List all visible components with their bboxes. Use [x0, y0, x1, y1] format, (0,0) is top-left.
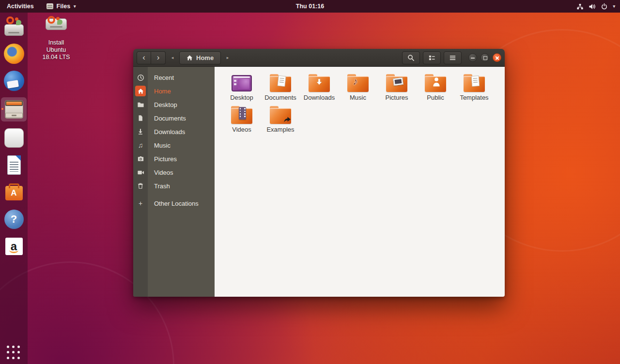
clock-button[interactable]: Thu 01:16	[294, 3, 326, 10]
firefox-icon	[4, 44, 24, 64]
minimize-icon	[471, 58, 475, 59]
sidebar-item-downloads[interactable]: Downloads	[133, 125, 215, 138]
folder-with-arrow-icon	[307, 74, 331, 93]
power-icon	[601, 3, 608, 10]
dock-item-amazon[interactable]: a	[3, 236, 25, 257]
camera-icon	[133, 155, 148, 163]
folder-with-note-icon: ♪	[346, 74, 370, 93]
folder-with-paper-icon	[462, 74, 486, 93]
maximize-button[interactable]	[480, 53, 489, 62]
plus-icon: +	[133, 200, 148, 207]
view-toggle-button[interactable]	[423, 51, 441, 64]
libreoffice-writer-icon	[3, 154, 25, 176]
files-cabinet-icon	[3, 99, 25, 120]
show-applications-button[interactable]	[7, 346, 21, 360]
music-icon: ♫	[133, 142, 148, 149]
recent-icon	[133, 74, 148, 81]
desktop-purple-icon	[230, 74, 254, 93]
trash-icon	[133, 182, 148, 189]
ubuntu-installer-icon	[3, 16, 25, 37]
sidebar-item-music[interactable]: ♫ Music	[133, 138, 215, 152]
sidebar-item-recent[interactable]: Recent	[133, 71, 215, 84]
folder-with-film-icon	[230, 106, 254, 125]
back-icon: ‹	[142, 53, 145, 61]
file-item-public[interactable]: Public	[416, 74, 455, 106]
sidebar-item-videos[interactable]: Videos	[133, 166, 215, 179]
location-label: Home	[196, 54, 214, 61]
sidebar-item-documents[interactable]: Documents	[133, 111, 215, 125]
sidebar-item-other-locations[interactable]: + Other Locations	[133, 197, 215, 210]
file-grid[interactable]: Desktop	[215, 67, 505, 297]
maximize-icon	[483, 56, 487, 60]
file-item-videos[interactable]: Videos	[222, 106, 261, 137]
folder-with-paper-icon	[268, 74, 293, 93]
search-button[interactable]	[402, 51, 420, 64]
close-button[interactable]	[493, 53, 501, 62]
folder-icon	[133, 101, 148, 108]
caret-down-icon: ▾	[74, 4, 76, 9]
home-icon	[186, 55, 193, 61]
network-icon	[576, 3, 584, 10]
hamburger-menu-icon	[449, 54, 456, 61]
file-item-music[interactable]: ♪ Music	[339, 74, 377, 106]
file-item-templates[interactable]: Templates	[455, 74, 494, 106]
search-icon	[407, 54, 415, 61]
path-scroll-left-button[interactable]: ◂	[169, 51, 176, 64]
dock-item-rhythmbox[interactable]	[3, 127, 25, 149]
files-window: ‹ › ◂ Home ▸	[133, 49, 505, 297]
thunderbird-icon	[4, 71, 24, 91]
dock-item-files[interactable]	[1, 97, 27, 121]
help-icon: ?	[4, 210, 24, 229]
dock-item-thunderbird[interactable]	[3, 70, 25, 91]
path-scroll-right-button[interactable]: ▸	[224, 51, 232, 64]
download-icon	[133, 128, 148, 135]
location-home-button[interactable]: Home	[179, 51, 221, 64]
file-item-documents[interactable]: Documents	[261, 74, 300, 106]
forward-icon: ›	[157, 53, 160, 61]
sidebar-item-desktop[interactable]: Desktop	[133, 98, 215, 111]
files-app-icon	[46, 3, 53, 9]
dock-item-ubuntu-installer[interactable]	[3, 16, 25, 37]
back-button[interactable]: ‹	[137, 51, 151, 64]
rhythmbox-icon	[3, 127, 25, 149]
file-item-pictures[interactable]: Pictures	[377, 74, 416, 106]
menu-button[interactable]	[444, 51, 462, 64]
activities-label: Activities	[7, 3, 34, 10]
app-menu-label: Files	[57, 3, 71, 10]
file-item-examples[interactable]: Examples	[261, 106, 300, 137]
sidebar-item-pictures[interactable]: Pictures	[133, 152, 215, 166]
places-sidebar: Recent Home Desktop	[133, 67, 215, 297]
folder-with-photo-icon	[385, 74, 409, 93]
header-bar: ‹ › ◂ Home ▸	[133, 49, 505, 67]
view-toggle-icon	[428, 54, 435, 61]
file-item-desktop[interactable]: Desktop	[222, 74, 261, 106]
home-icon	[135, 86, 146, 96]
install-shortcut-label: Install Ubuntu 18.04 LTS	[43, 39, 70, 61]
sidebar-item-home[interactable]: Home	[133, 84, 215, 98]
ubuntu-software-icon: A	[3, 182, 25, 203]
file-item-downloads[interactable]: Downloads	[300, 74, 339, 106]
volume-icon	[589, 3, 596, 10]
top-bar: Activities Files ▾ Thu 01:16	[0, 0, 620, 13]
video-icon	[133, 169, 148, 176]
dock-item-libreoffice-writer[interactable]	[3, 154, 25, 176]
dock: A ? a	[0, 13, 28, 364]
sidebar-item-trash[interactable]: Trash	[133, 179, 215, 193]
dock-item-ubuntu-software[interactable]: A	[3, 182, 25, 203]
forward-button[interactable]: ›	[151, 51, 166, 64]
minimize-button[interactable]	[468, 53, 477, 62]
system-status-area[interactable]: ▾	[576, 3, 615, 10]
ubuntu-installer-icon	[45, 15, 68, 38]
activities-button[interactable]: Activities	[5, 3, 36, 10]
triangle-left-icon: ◂	[171, 55, 174, 60]
dock-item-help[interactable]: ?	[3, 209, 25, 230]
clock-label: Thu 01:16	[296, 3, 324, 10]
dock-item-firefox[interactable]	[3, 43, 25, 64]
document-icon	[133, 115, 148, 121]
amazon-icon: a	[3, 236, 25, 257]
folder-with-link-arrow-icon	[268, 106, 293, 125]
app-menu-files[interactable]: Files ▾	[45, 3, 78, 10]
install-ubuntu-shortcut[interactable]: Install Ubuntu 18.04 LTS	[41, 15, 72, 61]
folder-with-person-icon	[423, 74, 448, 93]
caret-down-icon: ▾	[613, 4, 615, 9]
